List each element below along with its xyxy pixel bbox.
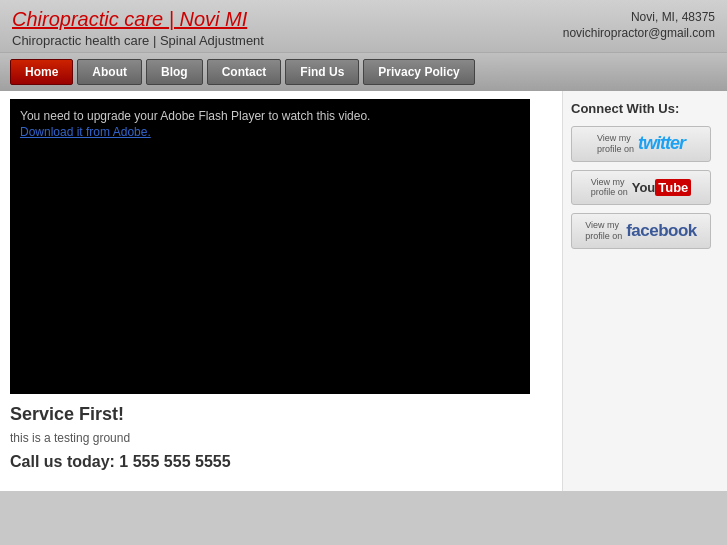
- video-player: You need to upgrade your Adobe Flash Pla…: [10, 99, 530, 394]
- content-area: You need to upgrade your Adobe Flash Pla…: [0, 91, 562, 491]
- youtube-button[interactable]: View my profile on YouTube: [571, 170, 711, 206]
- twitter-middle: profile on: [597, 144, 634, 155]
- site-subtitle: Chiropractic health care | Spinal Adjust…: [12, 33, 264, 48]
- service-description: this is a testing ground: [10, 431, 552, 445]
- site-title: Chiropractic care | Novi MI: [12, 8, 264, 31]
- connect-title: Connect With Us:: [571, 101, 719, 116]
- youtube-logo: YouTube: [632, 179, 692, 195]
- call-to-action: Call us today: 1 555 555 5555: [10, 453, 552, 471]
- facebook-prefix: View my: [585, 220, 619, 231]
- youtube-prefix: View my: [591, 177, 625, 188]
- twitter-button[interactable]: View my profile on twitter: [571, 126, 711, 162]
- nav-privacy-policy[interactable]: Privacy Policy: [363, 59, 474, 85]
- nav-home[interactable]: Home: [10, 59, 73, 85]
- nav-blog[interactable]: Blog: [146, 59, 203, 85]
- facebook-button[interactable]: View my profile on facebook: [571, 213, 711, 249]
- video-download-link[interactable]: Download it from Adobe.: [20, 125, 370, 139]
- main-content: You need to upgrade your Adobe Flash Pla…: [0, 91, 727, 491]
- twitter-prefix: View my: [597, 133, 631, 144]
- sidebar: Connect With Us: View my profile on twit…: [562, 91, 727, 491]
- site-header: Chiropractic care | Novi MI Chiropractic…: [0, 0, 727, 53]
- video-message: You need to upgrade your Adobe Flash Pla…: [10, 99, 380, 149]
- twitter-logo: twitter: [638, 133, 685, 154]
- service-heading: Service First!: [10, 404, 552, 425]
- email: novichiropractor@gmail.com: [563, 26, 715, 40]
- youtube-middle: profile on: [591, 187, 628, 198]
- nav-about[interactable]: About: [77, 59, 142, 85]
- location: Novi, MI, 48375: [563, 10, 715, 24]
- nav-contact[interactable]: Contact: [207, 59, 282, 85]
- facebook-logo: facebook: [626, 221, 697, 241]
- nav-find-us[interactable]: Find Us: [285, 59, 359, 85]
- navigation: Home About Blog Contact Find Us Privacy …: [0, 53, 727, 91]
- facebook-middle: profile on: [585, 231, 622, 242]
